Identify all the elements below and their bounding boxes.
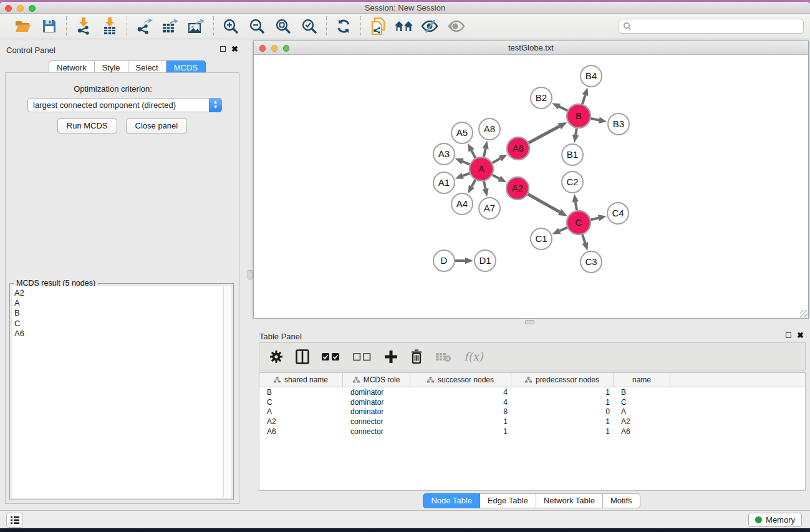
tab-motifs[interactable]: Motifs [603,493,640,508]
criterion-dropdown[interactable]: largest connected component (directed) ▲… [27,98,222,112]
network-graph[interactable]: AA6A2BCA5A8A3A1A4A7B2B4B3B1C2C4C1C3DD1 [254,56,808,318]
table-row[interactable]: Bdominator41B [259,387,805,397]
settings-gear-icon[interactable] [269,350,283,364]
tab-network-table[interactable]: Network Table [536,493,603,508]
cell[interactable]: 1 [410,427,511,436]
export-table-icon[interactable] [160,16,181,36]
cell[interactable]: dominator [343,398,410,407]
close-panel-icon[interactable]: ✖ [231,46,238,52]
edge-A-A8[interactable] [484,148,486,157]
import-network-icon[interactable] [73,16,94,36]
cell[interactable]: A [259,407,343,416]
zoom-out-icon[interactable] [246,16,268,36]
cell[interactable]: 4 [410,398,511,407]
mcds-result-item[interactable]: A6 [14,329,223,339]
open-file-icon[interactable] [12,16,34,36]
cell[interactable]: 8 [410,407,511,416]
cell[interactable]: A2 [259,417,343,426]
column-header-name[interactable]: name [614,373,670,387]
cell[interactable]: dominator [343,388,410,397]
zoom-selected-icon[interactable] [299,16,320,36]
run-mcds-button[interactable]: Run MCDS [57,118,117,133]
cell[interactable]: B [259,388,343,397]
edge-A-A6[interactable] [492,158,500,163]
delete-column-trash-icon[interactable] [410,349,423,364]
cell[interactable]: connector [343,427,410,436]
cell[interactable]: 1 [511,417,614,426]
edge-A-A1[interactable] [463,173,470,176]
hide-panel-eye-icon[interactable] [420,16,441,36]
edge-A2-C[interactable] [528,194,560,212]
memory-button[interactable]: Memory [748,513,802,527]
float-panel-icon[interactable] [786,332,791,338]
edge-C-C2[interactable] [576,202,577,211]
edge-A-A5[interactable] [471,150,475,158]
import-table-icon[interactable] [99,16,120,36]
search-input[interactable] [632,22,803,31]
cell[interactable]: A6 [614,427,670,436]
edge-A-A4[interactable] [471,180,475,186]
edge-C-C4[interactable] [591,218,598,220]
close-panel-button[interactable]: Close panel [126,118,188,133]
home-icon[interactable] [393,16,415,36]
mcds-result-item[interactable]: A2 [14,288,223,298]
cell[interactable]: 4 [410,388,511,397]
divider-grip[interactable] [525,320,534,324]
refresh-icon[interactable] [333,16,354,36]
cell[interactable]: dominator [343,407,410,416]
table-row[interactable]: Adominator80A [259,407,805,417]
cell[interactable]: 1 [511,427,614,436]
edge-A-A3[interactable] [463,162,470,165]
cell[interactable]: 0 [511,407,614,416]
cell[interactable]: C [614,398,670,407]
export-network-icon[interactable] [133,16,155,36]
edge-A-A7[interactable] [484,181,485,189]
clone-network-icon[interactable] [367,16,388,36]
cell[interactable]: connector [343,417,410,426]
function-builder-icon[interactable]: f(x) [464,350,483,363]
mcds-result-list[interactable]: A2ABCA6 [12,286,223,498]
window-resize-grip[interactable] [800,310,808,317]
column-header-predecessor-nodes[interactable]: predecessor nodes [511,373,614,387]
save-session-icon[interactable] [39,16,60,36]
tab-node-table[interactable]: Node Table [423,493,480,508]
show-panel-eye-icon[interactable] [446,16,467,36]
toolbar-search[interactable] [619,19,804,34]
cell[interactable]: A2 [614,417,670,426]
network-canvas[interactable]: AA6A2BCA5A8A3A1A4A7B2B4B3B1C2C4C1C3DD1 [254,56,808,318]
cell[interactable]: 1 [410,417,511,426]
column-header-successor-nodes[interactable]: successor nodes [410,373,511,387]
network-window-titlebar[interactable]: testGlobe.txt [254,41,808,55]
select-all-icon[interactable] [322,352,340,361]
node-table[interactable]: shared nameMCDS rolesuccessor nodesprede… [259,372,806,491]
float-panel-icon[interactable] [220,46,226,52]
edge-A6-B[interactable] [529,127,559,143]
zoom-in-icon[interactable] [220,16,241,36]
edge-B-B1[interactable] [576,128,577,135]
mcds-result-item[interactable]: B [14,308,223,318]
tab-edge-table[interactable]: Edge Table [480,493,536,508]
cell[interactable]: A6 [259,427,343,436]
split-divider-horizontal[interactable] [253,319,810,326]
edge-B-B2[interactable] [559,107,567,110]
cell[interactable]: B [614,388,670,397]
export-image-icon[interactable] [186,16,207,36]
cell[interactable]: 1 [511,388,614,397]
cell[interactable]: A [614,407,670,416]
edge-B-B3[interactable] [591,118,599,120]
add-column-icon[interactable] [384,350,398,364]
table-row[interactable]: Cdominator41C [259,397,805,407]
cell[interactable]: 1 [511,398,614,407]
cell[interactable]: C [259,398,343,407]
delete-table-icon[interactable] [435,351,451,362]
edge-A-A2[interactable] [493,175,499,178]
task-history-button[interactable] [6,513,23,528]
close-panel-icon[interactable]: ✖ [797,332,804,338]
table-row[interactable]: A6connector11A6 [259,427,805,437]
columns-icon[interactable] [296,349,309,364]
zoom-fit-icon[interactable] [272,16,294,36]
column-header-MCDS-role[interactable]: MCDS role [343,373,410,387]
edge-C-C1[interactable] [559,228,567,231]
edge-C-C3[interactable] [582,235,585,243]
mcds-result-item[interactable]: A [14,298,223,308]
